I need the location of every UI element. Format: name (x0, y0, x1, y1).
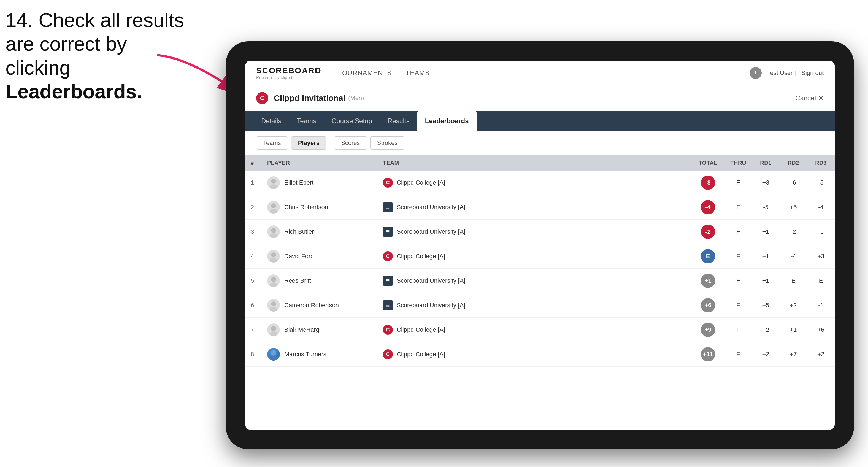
col-total: TOTAL (691, 155, 724, 170)
tablet-device: SCOREBOARD Powered by clippd TOURNAMENTS… (226, 41, 854, 449)
score-badge: +1 (701, 274, 715, 288)
score-badge: -8 (701, 176, 715, 190)
leaderboard-table-container: # PLAYER TEAM TOTAL THRU RD1 RD2 RD3 1El… (245, 155, 835, 430)
cell-thru: F (724, 269, 752, 293)
cell-rd2: +2 (780, 293, 807, 318)
svg-point-11 (271, 302, 276, 306)
cancel-button[interactable]: Cancel ✕ (795, 94, 824, 102)
cell-thru: F (724, 244, 752, 269)
cell-rd1: +2 (752, 342, 780, 367)
table-row: 7Blair McHargCClippd College [A]+9F+2+1+… (245, 318, 835, 342)
cell-rank: 8 (245, 342, 262, 367)
team-name: Clippd College [A] (397, 326, 445, 333)
cell-thru: F (724, 293, 752, 318)
team-logo-clippd: C (383, 349, 393, 359)
cell-rd1: +5 (752, 293, 780, 318)
player-name: Cameron Robertson (284, 302, 339, 309)
cell-rank: 2 (245, 195, 262, 220)
filter-teams-button[interactable]: Teams (256, 136, 288, 150)
team-name: Clippd College [A] (397, 253, 445, 260)
user-avatar: T (749, 67, 762, 79)
cell-rank: 4 (245, 244, 262, 269)
tab-course-setup[interactable]: Course Setup (324, 111, 380, 131)
table-row: 6Cameron Robertson≡Scoreboard University… (245, 293, 835, 318)
cell-rank: 5 (245, 269, 262, 293)
filter-strokes-button[interactable]: Strokes (370, 136, 405, 150)
player-avatar (267, 176, 280, 189)
score-badge: +9 (701, 323, 715, 337)
table-row: 1Elliot EbertCClippd College [A]-8F+3-6-… (245, 170, 835, 195)
cell-rd2: -2 (780, 220, 807, 244)
logo-text: SCOREBOARD (256, 66, 321, 75)
cell-rd3: -5 (807, 170, 835, 195)
svg-point-6 (270, 234, 277, 238)
player-avatar (267, 299, 280, 312)
cell-player: Elliot Ebert (262, 170, 377, 195)
cell-team: CClippd College [A] (377, 244, 691, 269)
cell-rd3: +6 (807, 318, 835, 342)
player-avatar (267, 348, 280, 361)
tournament-logo-c: C (256, 92, 268, 104)
cell-team: ≡Scoreboard University [A] (377, 269, 691, 293)
cell-rd2: +7 (780, 342, 807, 367)
svg-point-16 (269, 356, 278, 361)
nav-tournaments[interactable]: TOURNAMENTS (338, 67, 392, 79)
svg-point-14 (270, 332, 277, 336)
filter-players-button[interactable]: Players (291, 136, 327, 150)
leaderboard-table: # PLAYER TEAM TOTAL THRU RD1 RD2 RD3 1El… (245, 155, 835, 367)
svg-point-5 (271, 228, 276, 233)
score-badge: +11 (701, 347, 715, 362)
cell-total: E (691, 244, 724, 269)
cell-rd2: +5 (780, 195, 807, 220)
cell-rd1: +1 (752, 244, 780, 269)
tab-results[interactable]: Results (380, 111, 417, 131)
cell-total: +1 (691, 269, 724, 293)
tournament-title: Clippd Invitational (274, 93, 345, 103)
cell-rd1: +1 (752, 269, 780, 293)
team-logo-sb: ≡ (383, 276, 393, 286)
tab-teams[interactable]: Teams (289, 111, 324, 131)
tab-leaderboards[interactable]: Leaderboards (417, 111, 476, 131)
cell-player: Rich Butler (262, 220, 377, 244)
tablet-screen: SCOREBOARD Powered by clippd TOURNAMENTS… (245, 61, 835, 430)
col-rd1: RD1 (752, 155, 780, 170)
cell-team: ≡Scoreboard University [A] (377, 195, 691, 220)
nav-teams[interactable]: TEAMS (406, 67, 430, 79)
sign-out-link[interactable]: Sign out (801, 69, 824, 76)
user-label: Test User | (767, 69, 796, 76)
player-name: Blair McHarg (284, 326, 319, 333)
score-badge: +6 (701, 298, 715, 312)
cell-rd3: -1 (807, 220, 835, 244)
cell-rd1: -5 (752, 195, 780, 220)
col-rd2: RD2 (780, 155, 807, 170)
player-name: Marcus Turners (284, 351, 327, 358)
table-row: 2Chris Robertson≡Scoreboard University [… (245, 195, 835, 220)
cell-rd1: +3 (752, 170, 780, 195)
cell-player: Blair McHarg (262, 318, 377, 342)
filter-row: Teams Players Scores Strokes (245, 131, 835, 155)
cell-thru: F (724, 220, 752, 244)
player-avatar (267, 201, 280, 214)
tab-bar: Details Teams Course Setup Results Leade… (245, 111, 835, 131)
svg-point-13 (271, 326, 276, 331)
nav-links: TOURNAMENTS TEAMS (338, 67, 749, 79)
cell-total: -2 (691, 220, 724, 244)
svg-point-15 (271, 350, 276, 356)
tournament-gender: (Men) (348, 94, 364, 102)
table-body: 1Elliot EbertCClippd College [A]-8F+3-6-… (245, 170, 835, 367)
table-row: 4David FordCClippd College [A]EF+1-4+3 (245, 244, 835, 269)
cell-thru: F (724, 195, 752, 220)
table-row: 3Rich Butler≡Scoreboard University [A]-2… (245, 220, 835, 244)
cell-player: David Ford (262, 244, 377, 269)
svg-point-3 (271, 203, 276, 208)
tab-details[interactable]: Details (253, 111, 289, 131)
cell-total: -8 (691, 170, 724, 195)
filter-scores-button[interactable]: Scores (334, 136, 367, 150)
col-rank: # (245, 155, 262, 170)
team-logo-sb: ≡ (383, 202, 393, 212)
col-thru: THRU (724, 155, 752, 170)
player-avatar (267, 323, 280, 336)
svg-point-2 (270, 184, 277, 189)
cell-rd2: -4 (780, 244, 807, 269)
cell-total: +9 (691, 318, 724, 342)
